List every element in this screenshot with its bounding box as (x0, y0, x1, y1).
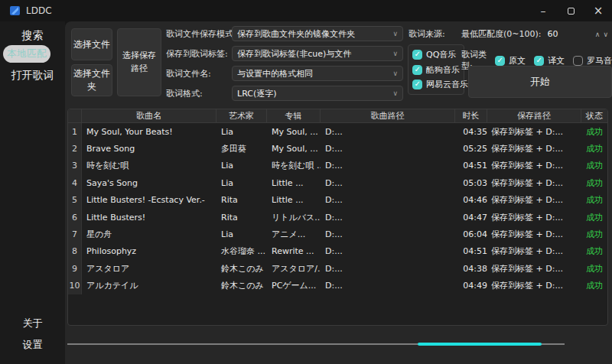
cell-status: 成功 (581, 243, 607, 260)
header-song-name[interactable]: 歌曲名 (82, 109, 216, 122)
checkbox-icon (495, 56, 505, 66)
table-row[interactable]: 9 アスタロア 鈴木このみ アスタロア/... D:... 04:38 保存到标… (68, 260, 607, 277)
checkbox-icon (412, 50, 422, 60)
select-folder-button[interactable]: 选择文件夹 (71, 64, 112, 96)
cell-row-number: 4 (68, 174, 82, 191)
cell-save-path: 保存到标签 + D:... (487, 278, 581, 294)
table-row[interactable]: 7 星の舟 Lia アニメ... D:... 06:04 保存到标签 + D:.… (68, 226, 607, 242)
header-row-number (68, 109, 82, 122)
table-row[interactable]: 5 Little Busters! -Ecstacy Ver.- Rita Li… (68, 192, 607, 209)
table-row[interactable]: 6 Little Busters! Rita リトルバス... D:... 04… (68, 209, 607, 226)
cell-album: Rewrite ... (267, 243, 321, 260)
checkbox-icon (412, 65, 422, 75)
cell-status: 成功 (581, 140, 607, 157)
checkbox-romaji[interactable]: 罗马音 (573, 55, 612, 67)
min-match-spinbox[interactable]: 60 (548, 29, 595, 39)
cell-album: 時を刻む唄 ... (267, 158, 321, 174)
save-tag-label: 保存到歌词标签: (166, 48, 232, 60)
save-mode-dropdown[interactable]: 保存到歌曲文件夹的镜像文件夹 ∨ (232, 26, 403, 41)
checkbox-netease-music[interactable]: 网易云音乐 (412, 79, 460, 90)
checkbox-kugou-music[interactable]: 酷狗音乐 (412, 64, 460, 76)
checkbox-qq-music[interactable]: QQ音乐 (412, 49, 460, 60)
lyrics-source-group: QQ音乐 酷狗音乐 网易云音乐 (408, 44, 464, 95)
filename-dropdown[interactable]: 与设置中的格式相同 ∨ (232, 66, 403, 81)
cell-album: アスタロア/... (267, 260, 321, 277)
cell-song-path: D:... (321, 174, 455, 191)
save-tag-dropdown[interactable]: 保存到歌词标签(非cue)与文件 ∨ (232, 46, 403, 61)
table-row[interactable]: 3 時を刻む唄 Lia 時を刻む唄 ... D:... 04:51 保存到标签 … (68, 158, 607, 174)
select-save-path-button[interactable]: 选择保存路径 (117, 28, 161, 96)
select-file-button[interactable]: 选择文件 (71, 28, 112, 60)
header-song-path[interactable]: 歌曲路径 (321, 109, 455, 122)
cell-song-path: D:... (321, 140, 455, 157)
header-save-path[interactable]: 保存路径 (487, 109, 581, 122)
cell-song-name: 星の舟 (82, 226, 216, 242)
cell-artist: 鈴木このみ (216, 278, 267, 294)
sidebar-item-open-lyrics[interactable]: 打开歌词 (0, 69, 65, 83)
cell-artist: 水谷瑠奈 ... (216, 243, 267, 260)
cell-save-path: 保存到标签 + D:... (487, 260, 581, 277)
checkbox-icon (534, 56, 544, 66)
song-table: 歌曲名 艺术家 专辑 歌曲路径 时长 保存路径 状态 1 My Soul, Yo… (67, 109, 608, 326)
header-album[interactable]: 专辑 (267, 109, 321, 122)
save-mode-value: 保存到歌曲文件夹的镜像文件夹 (237, 28, 389, 40)
filename-row: 歌词文件名: 与设置中的格式相同 ∨ (166, 66, 403, 81)
save-tag-row: 保存到歌词标签: 保存到歌词标签(非cue)与文件 ∨ (166, 46, 403, 61)
header-status[interactable]: 状态 (581, 109, 607, 122)
checkbox-translation[interactable]: 译文 (534, 55, 565, 67)
cell-song-name: Little Busters! -Ecstacy Ver.- (82, 192, 216, 209)
cell-status: 成功 (581, 158, 607, 174)
table-row[interactable]: 2 Brave Song 多田葵 My Soul, ... D:... 05:2… (68, 140, 607, 157)
cell-song-name: Little Busters! (82, 209, 216, 226)
cell-row-number: 2 (68, 140, 82, 157)
checkbox-label: 译文 (548, 55, 565, 67)
sidebar-item-about[interactable]: 关于 (0, 317, 65, 330)
maximize-icon[interactable] (557, 0, 584, 21)
cell-save-path: 保存到标签 + D:... (487, 158, 581, 174)
cell-duration: 06:04 (455, 226, 487, 242)
table-row[interactable]: 4 Saya's Song Lia Little ... D:... 05:03… (68, 174, 607, 191)
filename-value: 与设置中的格式相同 (237, 68, 389, 80)
cell-row-number: 3 (68, 158, 82, 174)
table-row[interactable]: 10 アルカテイル 鈴木このみ PCゲーム... D:... 04:49 保存到… (68, 278, 607, 294)
sidebar-item-local-match[interactable]: 本地匹配 (3, 45, 50, 63)
header-artist[interactable]: 艺术家 (216, 109, 267, 122)
cell-status: 成功 (581, 278, 607, 294)
cell-song-path: D:... (321, 278, 455, 294)
checkbox-label: QQ音乐 (426, 49, 456, 60)
spinner-up-down-icon[interactable]: ∧∨ (595, 31, 611, 38)
table-row[interactable]: 8 Philosophyz 水谷瑠奈 ... Rewrite ... D:...… (68, 243, 607, 260)
format-label: 歌词格式: (166, 88, 232, 99)
local-match-page: 选择文件 选择文件夹 选择保存路径 歌词文件保存模式: 保存到歌曲文件夹的镜像文… (65, 21, 612, 364)
format-dropdown[interactable]: LRC(逐字) ∨ (232, 86, 403, 101)
cell-artist: Lia (216, 123, 267, 140)
cell-artist: Lia (216, 174, 267, 191)
start-button[interactable]: 开始 (468, 66, 612, 98)
cell-song-path: D:... (321, 158, 455, 174)
minimize-icon[interactable]: – (529, 0, 557, 21)
save-mode-label: 歌词文件保存模式: (166, 28, 232, 40)
cell-duration: 04:38 (455, 260, 487, 277)
sidebar-item-settings[interactable]: 设置 (0, 338, 65, 352)
cell-save-path: 保存到标签 + D:... (487, 123, 581, 140)
cell-album: My Soul, ... (267, 123, 321, 140)
min-match-row: 最低匹配度(0~100): 60 ∧∨ (461, 28, 611, 40)
table-row[interactable]: 1 My Soul, Your Beats! Lia My Soul, ... … (68, 123, 607, 140)
cell-artist: 鈴木このみ (216, 260, 267, 277)
format-value: LRC(逐字) (237, 88, 389, 99)
cell-duration: 05:25 (455, 140, 487, 157)
app-logo-icon (9, 5, 21, 17)
cell-artist: Lia (216, 158, 267, 174)
cell-row-number: 10 (68, 278, 82, 294)
header-duration[interactable]: 时长 (455, 109, 487, 122)
cell-status: 成功 (581, 123, 607, 140)
cell-save-path: 保存到标签 + D:... (487, 192, 581, 209)
cell-song-path: D:... (321, 209, 455, 226)
min-match-label: 最低匹配度(0~100): (461, 28, 542, 40)
close-icon[interactable]: × (584, 0, 612, 21)
cell-song-name: Saya's Song (82, 174, 216, 191)
checkbox-original[interactable]: 原文 (495, 55, 526, 67)
cell-album: アニメ... (267, 226, 321, 242)
sidebar-item-search[interactable]: 搜索 (0, 29, 65, 43)
cell-song-path: D:... (321, 192, 455, 209)
